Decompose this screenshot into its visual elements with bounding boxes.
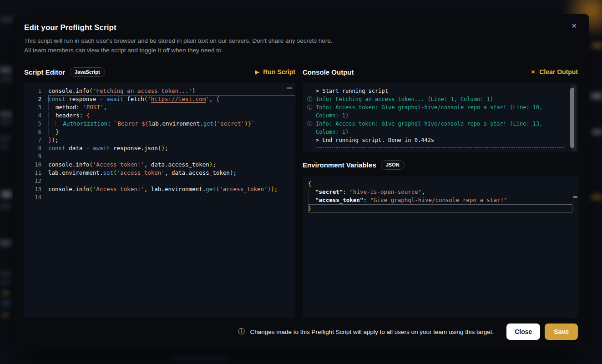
console-scrollbar-track[interactable] — [571, 85, 577, 151]
env-line: } — [308, 204, 572, 212]
code-token: data = — [66, 145, 93, 152]
console-output-title: Console Output — [303, 68, 354, 76]
indent-guide — [308, 197, 315, 203]
line-content: }); — [48, 136, 295, 144]
close-button[interactable]: Close — [506, 324, 540, 340]
console-entry: ⓘInfo: Access token: Give graphql-hive/c… — [307, 120, 565, 136]
code-token: ) — [271, 186, 274, 192]
line-content: console.info('Fetching an access token..… — [48, 87, 295, 95]
line-content: } — [48, 128, 295, 136]
environment-variables-editor[interactable]: { "secret": "hive-is-open-source", "acce… — [303, 176, 578, 318]
script-editor-title: Script Editor — [24, 68, 65, 76]
code-line: 4 headers: { — [24, 111, 295, 120]
env-editor-scrollbar-thumb[interactable] — [573, 196, 577, 198]
code-token: ; — [274, 186, 278, 192]
code-token: ; — [165, 145, 168, 152]
code-token: ) — [161, 145, 165, 152]
code-token: 'secret' — [217, 120, 244, 127]
console-entry: > Start running script — [307, 87, 565, 95]
env-line: "access_token": "Give graphql-hive/conso… — [308, 196, 572, 204]
json-badge: JSON — [381, 160, 405, 170]
code-line: 8const data = await response.json(); — [24, 144, 295, 152]
code-token: : — [363, 197, 370, 203]
log-indent — [307, 136, 316, 144]
code-token: fetch — [124, 96, 144, 102]
code-token: , — [103, 104, 107, 111]
line-content: console.info('Access token:', lab.enviro… — [48, 185, 295, 193]
console-entry-text: > Start running script — [316, 87, 565, 95]
save-button[interactable]: Save — [545, 324, 578, 340]
line-number: 14 — [24, 193, 41, 202]
code-line: 5 Authorization: `Bearer ${lab.environme… — [24, 120, 295, 128]
console-scrollbar-thumb[interactable] — [570, 88, 574, 148]
code-token: ; — [55, 136, 59, 143]
indent-guide — [48, 120, 56, 127]
code-token: await — [106, 96, 124, 102]
indent-guide — [48, 104, 56, 111]
code-token: ' — [206, 96, 209, 102]
line-number: 3 — [24, 103, 41, 111]
code-token: "hive-is-open-source" — [349, 188, 421, 195]
code-token: { — [308, 180, 312, 187]
code-token: console.info — [48, 186, 89, 192]
line-content — [48, 177, 295, 185]
code-token: const — [48, 145, 66, 152]
code-token: , data.access_token — [165, 169, 230, 176]
code-token: "secret" — [315, 188, 343, 195]
line-number: 12 — [24, 177, 41, 185]
code-token: ( — [213, 120, 217, 127]
code-token: console.info — [48, 87, 89, 94]
code-token: lab.environment. — [148, 120, 203, 127]
code-token: set — [103, 169, 113, 176]
clear-output-button[interactable]: ✕ Clear Output — [531, 68, 578, 76]
env-line: { — [308, 180, 572, 188]
line-number: 5 — [24, 120, 41, 128]
info-icon: ⓘ — [307, 95, 316, 103]
code-token: ) — [52, 136, 56, 143]
code-token: "Give graphql-hive/console repo a star!" — [370, 197, 507, 203]
code-line: 14 — [24, 193, 295, 202]
line-content: console.info('Access token:', data.acces… — [48, 161, 295, 169]
indent-guide — [48, 112, 56, 119]
code-line: 10console.info('Access token:', data.acc… — [24, 161, 295, 169]
code-token: 'Access token:' — [93, 161, 144, 168]
code-token: lab.environment. — [48, 169, 103, 176]
code-token: { — [86, 112, 90, 119]
code-token: ( — [89, 161, 93, 168]
console-header: Console Output ✕ Clear Output — [303, 66, 578, 78]
line-content: method: 'POST', — [48, 103, 295, 111]
modal-close-icon[interactable]: ✕ — [568, 20, 580, 32]
code-token: : — [343, 188, 349, 195]
line-content: lab.environment.set('access_token', data… — [48, 169, 295, 177]
preflight-modal: Edit your Preflight Script This script w… — [13, 14, 589, 350]
code-token: , lab.environment. — [144, 186, 206, 192]
console-separator — [316, 147, 565, 147]
code-token: get — [206, 186, 216, 192]
code-line: 11lab.environment.set('access_token', da… — [24, 169, 295, 177]
code-line: 9 — [24, 152, 295, 161]
script-editor-panel: Script Editor JavaScript ▶ Run Script 1c… — [24, 66, 295, 318]
code-line: 13console.info('Access token:', lab.envi… — [24, 185, 295, 193]
right-panel: Console Output ✕ Clear Output > Start ru… — [303, 66, 578, 318]
code-token: `Bearer — [114, 120, 142, 127]
line-number: 13 — [24, 185, 41, 193]
code-token: ( — [89, 87, 93, 94]
line-number: 6 — [24, 128, 41, 136]
code-token: } — [48, 136, 52, 143]
run-script-button[interactable]: ▶ Run Script — [255, 68, 295, 76]
line-number: 9 — [24, 152, 41, 161]
console-entry: ⓘInfo: Fetching an access token... (Line… — [307, 95, 565, 103]
code-token: } — [248, 120, 252, 127]
editor-scrollbar-thumb[interactable] — [287, 87, 292, 89]
code-token: Authorization — [63, 120, 107, 127]
code-token: method: — [56, 104, 83, 111]
script-editor-code-area[interactable]: 1console.info('Fetching an access token.… — [24, 83, 295, 318]
code-line: 6 } — [24, 128, 295, 136]
code-token: , — [421, 188, 425, 195]
code-line: 7}); — [24, 136, 295, 144]
code-token: 'access_token' — [219, 186, 267, 192]
console-entry: ⓘInfo: Access token: Give graphql-hive/c… — [307, 103, 565, 120]
code-line: 12 — [24, 177, 295, 185]
line-number: 11 — [24, 169, 41, 177]
environment-variables-title: Environment Variables — [303, 161, 376, 169]
